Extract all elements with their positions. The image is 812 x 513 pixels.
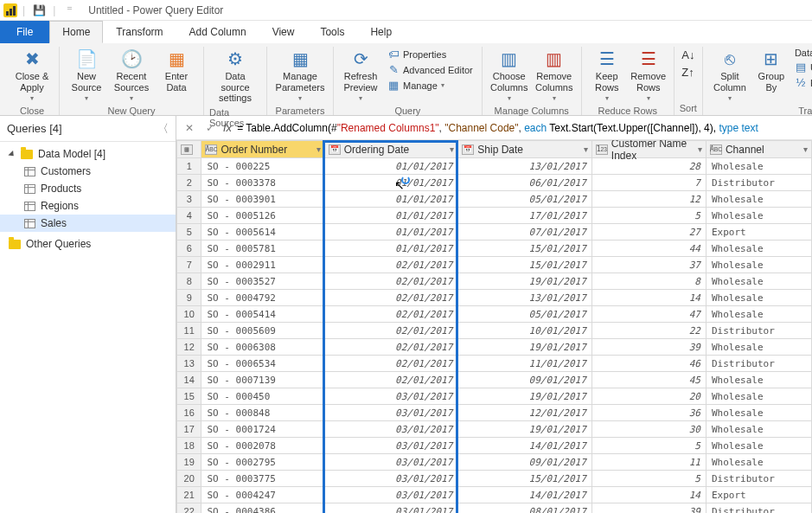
cell-cidx[interactable]: 5 (591, 208, 706, 224)
collapse-icon[interactable]: 〈 (157, 121, 169, 137)
save-icon[interactable]: 💾 (30, 2, 48, 19)
cell-sdate[interactable]: 06/01/2017 (458, 175, 592, 191)
cell-sdate[interactable]: 15/01/2017 (458, 240, 592, 257)
cell-order[interactable]: SO - 0005614 (201, 224, 324, 240)
query-item-products[interactable]: Products (0, 180, 176, 197)
formula-input[interactable]: = Table.AddColumn(#"Renamed Columns1", "… (237, 122, 807, 134)
cell-odate[interactable]: 01/01/2017 (324, 175, 458, 191)
cell-chan[interactable]: Wholesale (706, 438, 811, 454)
query-item-customers[interactable]: Customers (0, 163, 176, 180)
cell-order[interactable]: SO - 0005414 (201, 306, 324, 323)
cell-odate[interactable]: 03/01/2017 (324, 388, 458, 405)
cell-odate[interactable]: 01/01/2017 (324, 158, 458, 175)
cell-order[interactable]: SO - 0005609 (201, 323, 324, 339)
cell-sdate[interactable]: 08/01/2017 (458, 503, 592, 514)
cell-cidx[interactable]: 14 (591, 487, 706, 503)
cell-chan[interactable]: Export (706, 487, 811, 503)
cell-order[interactable]: SO - 0002911 (201, 257, 324, 273)
cell-odate[interactable]: 02/01/2017 (324, 372, 458, 388)
cell-odate[interactable]: 03/01/2017 (324, 421, 458, 438)
row-number[interactable]: 3 (177, 191, 201, 208)
cell-cidx[interactable]: 44 (591, 240, 706, 257)
cell-cidx[interactable]: 5 (591, 438, 706, 454)
row-number[interactable]: 22 (177, 503, 201, 514)
cell-cidx[interactable]: 11 (591, 454, 706, 471)
column-header-odate[interactable]: 📅Ordering Date▾ (324, 141, 458, 158)
cell-cidx[interactable]: 46 (591, 356, 706, 372)
new-source-button[interactable]: 📄New Source▾ (65, 47, 108, 104)
cell-cidx[interactable]: 12 (591, 191, 706, 208)
properties-button[interactable]: 🏷Properties (384, 47, 476, 61)
cell-cidx[interactable]: 36 (591, 405, 706, 421)
column-header-sdate[interactable]: 📅Ship Date▾ (458, 141, 592, 158)
row-number[interactable]: 10 (177, 306, 201, 323)
cell-order[interactable]: SO - 0003775 (201, 471, 324, 487)
cell-odate[interactable]: 03/01/2017 (324, 454, 458, 471)
table-row[interactable]: 14SO - 000713902/01/201709/01/201745Whol… (177, 372, 812, 388)
table-row[interactable]: 7SO - 000291102/01/201715/01/201737Whole… (177, 257, 812, 273)
tab-help[interactable]: Help (357, 21, 405, 43)
cell-odate[interactable]: 03/01/2017 (324, 438, 458, 454)
cell-sdate[interactable]: 14/01/2017 (458, 487, 592, 503)
table-row[interactable]: 4SO - 000512601/01/201717/01/20175Wholes… (177, 208, 812, 224)
cell-odate[interactable]: 01/01/2017 (324, 208, 458, 224)
row-number[interactable]: 1 (177, 158, 201, 175)
query-item-sales[interactable]: Sales (0, 215, 176, 232)
row-number[interactable]: 9 (177, 290, 201, 306)
row-number[interactable]: 11 (177, 323, 201, 339)
close-apply-button[interactable]: ✖Close & Apply▾ (10, 47, 54, 104)
advanced-editor-button[interactable]: ✎Advanced Editor (384, 62, 476, 77)
row-number[interactable]: 18 (177, 438, 201, 454)
cell-chan[interactable]: Wholesale (706, 240, 811, 257)
cell-order[interactable]: SO - 0003378 (201, 175, 324, 191)
filter-dropdown-icon[interactable]: ▾ (698, 144, 702, 154)
row-number[interactable]: 20 (177, 471, 201, 487)
tab-home[interactable]: Home (49, 21, 103, 43)
row-number[interactable]: 7 (177, 257, 201, 273)
refresh-preview-button[interactable]: ⟳Refresh Preview▾ (339, 47, 382, 104)
table-row[interactable]: 13SO - 000653402/01/201711/01/201746Dist… (177, 356, 812, 372)
cell-chan[interactable]: Wholesale (706, 454, 811, 471)
cell-cidx[interactable]: 30 (591, 421, 706, 438)
enter-data-button[interactable]: ▦Enter Data (155, 47, 198, 94)
cell-odate[interactable]: 03/01/2017 (324, 471, 458, 487)
filter-dropdown-icon[interactable]: ▾ (450, 144, 454, 154)
filter-dropdown-icon[interactable]: ▾ (803, 144, 808, 154)
table-row[interactable]: 2SO - 000337801/01/201706/01/20177Distri… (177, 175, 812, 191)
table-row[interactable]: 12SO - 000630802/01/201719/01/201739Whol… (177, 339, 812, 356)
table-row[interactable]: 5SO - 000561401/01/201707/01/201727Expor… (177, 224, 812, 240)
remove-columns-button[interactable]: ▥Remove Columns▾ (533, 47, 576, 104)
cell-cidx[interactable]: 27 (591, 224, 706, 240)
cell-order[interactable]: SO - 0004386 (201, 503, 324, 514)
cell-sdate[interactable]: 13/01/2017 (458, 158, 592, 175)
manage-parameters-button[interactable]: ▦Manage Parameters▾ (272, 47, 328, 104)
cell-chan[interactable]: Distributor (706, 471, 811, 487)
cell-sdate[interactable]: 09/01/2017 (458, 372, 592, 388)
row-number[interactable]: 16 (177, 405, 201, 421)
cell-sdate[interactable]: 13/01/2017 (458, 290, 592, 306)
filter-dropdown-icon[interactable]: ▾ (316, 144, 321, 154)
cell-odate[interactable]: 02/01/2017 (324, 356, 458, 372)
cell-cidx[interactable]: 14 (591, 290, 706, 306)
cell-chan[interactable]: Wholesale (706, 405, 811, 421)
cell-cidx[interactable]: 37 (591, 257, 706, 273)
cell-odate[interactable]: 02/01/2017 (324, 257, 458, 273)
filter-dropdown-icon[interactable]: ▾ (584, 144, 588, 154)
cell-order[interactable]: SO - 000848 (201, 405, 324, 421)
cell-cidx[interactable]: 20 (591, 388, 706, 405)
cell-chan[interactable]: Distributor (706, 503, 811, 514)
recent-sources-button[interactable]: 🕑Recent Sources▾ (110, 47, 153, 104)
table-row[interactable]: 16SO - 00084803/01/201712/01/201736Whole… (177, 405, 812, 421)
cell-order[interactable]: SO - 000450 (201, 388, 324, 405)
cell-chan[interactable]: Export (706, 224, 811, 240)
row-number[interactable]: 2 (177, 175, 201, 191)
cell-order[interactable]: SO - 0004792 (201, 290, 324, 306)
tab-add-column[interactable]: Add Column (176, 21, 259, 43)
table-row[interactable]: 21SO - 000424703/01/201714/01/201714Expo… (177, 487, 812, 503)
data-source-settings-button[interactable]: ⚙Data source settings (209, 47, 261, 106)
cell-order[interactable]: SO - 0002078 (201, 438, 324, 454)
cell-sdate[interactable]: 19/01/2017 (458, 339, 592, 356)
qat-customize-icon[interactable]: ⁼ (61, 2, 78, 19)
formula-cancel-icon[interactable]: ✕ (182, 122, 197, 134)
group-by-button[interactable]: ⊞Group By (753, 47, 790, 94)
